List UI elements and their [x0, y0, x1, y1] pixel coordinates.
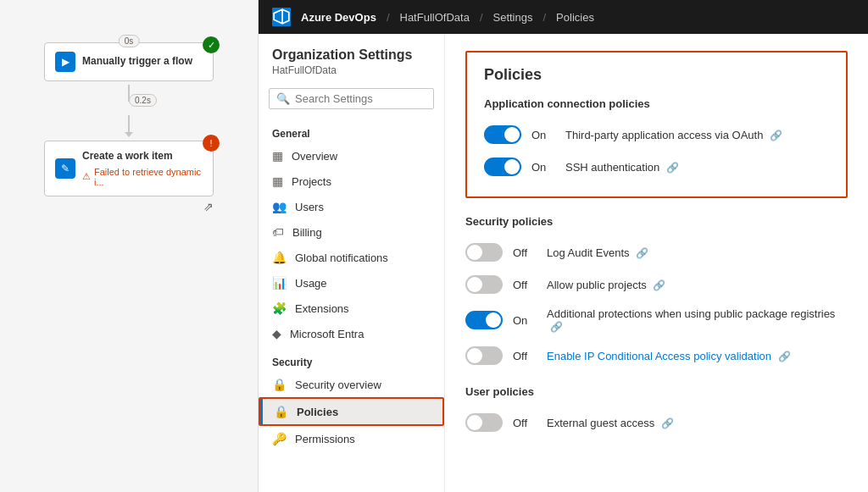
package-label: Additional protections when using public… — [547, 307, 848, 333]
toggle-oauth[interactable] — [484, 125, 521, 144]
flow-node-error-wrapper: ✎ Create a work item ⚠ Failed to retriev… — [44, 141, 214, 213]
ssh-link-icon[interactable]: 🔗 — [666, 162, 679, 174]
toggle-package[interactable] — [465, 311, 503, 329]
connector-time: 0.2s — [129, 94, 157, 107]
toggle-thumb-ssh — [504, 159, 520, 174]
overview-label: Overview — [292, 150, 337, 163]
sidebar-item-permissions[interactable]: 🔑 Permissions — [259, 426, 444, 451]
policy-row-audit: Off Log Audit Events 🔗 — [465, 236, 848, 268]
ssh-label: SSH authentication 🔗 — [565, 161, 679, 174]
toggle-thumb-package — [486, 312, 501, 328]
main-content: Policies Application connection policies… — [445, 34, 868, 492]
flow-connector: 0.2s — [44, 85, 214, 137]
permissions-label: Permissions — [295, 433, 355, 445]
entra-label: Microsoft Entra — [290, 328, 364, 340]
entra-icon: ◆ — [272, 327, 281, 340]
sidebar-item-billing[interactable]: 🏷 Billing — [259, 219, 444, 245]
general-section-label: General — [259, 118, 444, 143]
policy-row-package: On Additional protections when using pub… — [465, 301, 848, 340]
security-overview-icon: 🔒 — [272, 378, 287, 391]
extensions-label: Extensions — [295, 302, 349, 315]
ip-label[interactable]: Enable IP Conditional Access policy vali… — [547, 350, 791, 362]
trigger-icon: ▶ — [55, 52, 75, 72]
policies-container: Policies Application connection policies… — [465, 51, 848, 198]
package-status: On — [513, 314, 537, 327]
sidebar-subtitle: HatFullOfData — [272, 64, 431, 76]
work-item-title: Create a work item — [82, 150, 203, 163]
projects-icon: ▦ — [272, 174, 283, 188]
sidebar-header: Organization Settings HatFullOfData — [259, 47, 444, 80]
sidebar-title: Organization Settings — [272, 47, 431, 63]
search-box[interactable]: 🔍 — [269, 88, 434, 109]
security-overview-label: Security overview — [295, 379, 381, 391]
sidebar-item-notifications[interactable]: 🔔 Global notifications — [259, 245, 444, 270]
toggle-guest[interactable] — [465, 413, 503, 432]
warning-icon: ⚠ — [82, 171, 91, 182]
audit-status: Off — [513, 246, 537, 259]
nav-current[interactable]: Policies — [556, 11, 594, 24]
package-link-icon[interactable]: 🔗 — [550, 321, 563, 333]
toggle-thumb-ip — [467, 348, 482, 363]
node2-error-badge: ! — [203, 135, 220, 152]
overview-icon: ▦ — [272, 149, 283, 163]
search-input[interactable] — [295, 92, 426, 105]
nav-brand[interactable]: Azure DevOps — [301, 11, 376, 24]
toggle-audit[interactable] — [465, 243, 503, 262]
usage-icon: 📊 — [272, 276, 287, 290]
notifications-label: Global notifications — [295, 252, 388, 264]
flow-node-work-item[interactable]: ✎ Create a work item ⚠ Failed to retriev… — [44, 141, 214, 196]
ssh-status: On — [531, 161, 555, 174]
guest-link-icon[interactable]: 🔗 — [661, 417, 674, 429]
billing-icon: 🏷 — [272, 225, 284, 239]
toggle-thumb-audit — [467, 245, 482, 260]
sidebar-item-microsoft-entra[interactable]: ◆ Microsoft Entra — [259, 321, 444, 346]
oauth-link-icon[interactable]: 🔗 — [770, 130, 782, 141]
policies-label: Policies — [297, 406, 338, 418]
sidebar-item-policies[interactable]: 🔒 Policies — [259, 397, 444, 426]
nav-sep3: / — [542, 11, 546, 24]
sidebar-item-security-overview[interactable]: 🔒 Security overview — [259, 372, 444, 397]
ip-link-icon[interactable]: 🔗 — [778, 351, 791, 362]
work-item-icon: ✎ — [55, 158, 75, 179]
oauth-label: Third-party application access via OAuth… — [565, 129, 782, 141]
share-icon[interactable]: ⇗ — [203, 200, 214, 213]
billing-label: Billing — [292, 226, 322, 239]
error-message: ⚠ Failed to retrieve dynamic i... — [82, 167, 203, 187]
sidebar-item-users[interactable]: 👥 Users — [259, 194, 444, 219]
guest-status: Off — [513, 417, 537, 429]
security-policies-title: Security policies — [465, 215, 848, 228]
public-status: Off — [513, 279, 537, 291]
toggle-public[interactable] — [465, 275, 503, 294]
policy-row-public: Off Allow public projects 🔗 — [465, 268, 848, 301]
node1-time-badge: 0s — [119, 35, 140, 47]
sidebar-item-usage[interactable]: 📊 Usage — [259, 270, 444, 296]
users-label: Users — [295, 201, 324, 213]
usage-label: Usage — [295, 277, 327, 290]
nav-sep1: / — [387, 11, 390, 24]
node1-success-badge: ✓ — [203, 36, 220, 53]
audit-link-icon[interactable]: 🔗 — [636, 247, 648, 259]
permissions-icon: 🔑 — [272, 432, 287, 445]
notifications-icon: 🔔 — [272, 251, 287, 264]
toggle-ssh[interactable] — [484, 158, 521, 176]
sidebar-item-projects[interactable]: ▦ Projects — [259, 169, 444, 194]
guest-label: External guest access 🔗 — [547, 417, 674, 429]
oauth-status: On — [531, 129, 555, 141]
content-area: Organization Settings HatFullOfData 🔍 Ge… — [259, 34, 868, 492]
toggle-thumb-guest — [467, 415, 482, 430]
flow-node-trigger[interactable]: ▶ Manually trigger a flow 0s ✓ — [44, 42, 214, 81]
trigger-title: Manually trigger a flow — [82, 55, 192, 69]
sidebar-item-overview[interactable]: ▦ Overview — [259, 143, 444, 169]
nav-org[interactable]: HatFullOfData — [400, 11, 470, 24]
policy-row-oauth: On Third-party application access via OA… — [484, 119, 829, 151]
nav-settings[interactable]: Settings — [493, 11, 533, 24]
page-title: Policies — [484, 66, 829, 84]
security-section-label: Security — [259, 346, 444, 372]
azure-devops-logo — [272, 8, 291, 26]
toggle-ip[interactable] — [465, 346, 503, 365]
sidebar-item-extensions[interactable]: 🧩 Extensions — [259, 296, 444, 321]
top-nav: Azure DevOps / HatFullOfData / Settings … — [259, 0, 868, 34]
user-policies-title: User policies — [465, 385, 848, 398]
public-link-icon[interactable]: 🔗 — [653, 279, 665, 291]
node-actions: ⇗ — [44, 200, 214, 213]
